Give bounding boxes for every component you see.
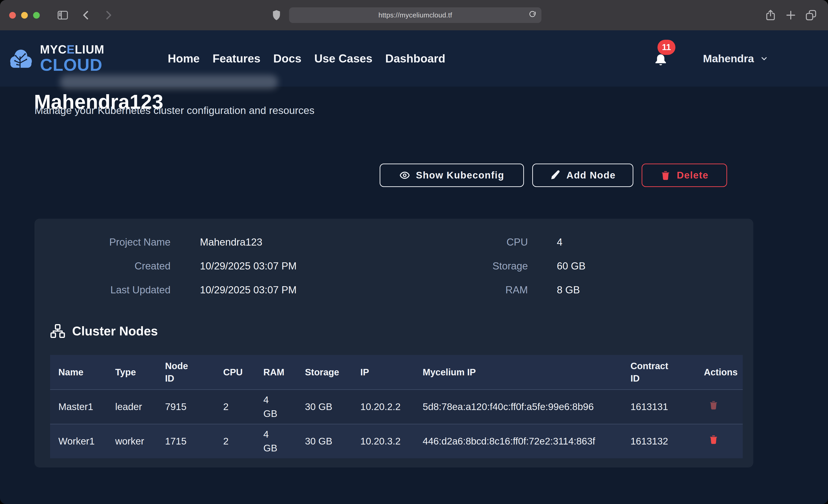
cell-ip: 10.20.2.2 xyxy=(352,400,414,414)
info-label-storage: Storage xyxy=(432,260,528,272)
traffic-light-zoom[interactable] xyxy=(33,12,40,18)
cell-type: worker xyxy=(107,434,157,448)
trash-icon xyxy=(708,399,718,411)
add-node-label: Add Node xyxy=(567,170,616,181)
traffic-light-close[interactable] xyxy=(9,12,16,18)
col-header-type: Type xyxy=(107,366,157,378)
show-kubeconfig-button[interactable]: Show Kubeconfig xyxy=(380,164,524,187)
trash-icon xyxy=(660,170,671,180)
col-header-contract-id: Contract ID xyxy=(622,360,695,384)
table-row-worker1: Worker1 worker 1715 2 4 GB 30 GB 10.20.3… xyxy=(50,424,743,458)
url-text: https://myceliumcloud.tf xyxy=(289,7,541,23)
info-label-created: Created xyxy=(50,260,170,272)
notifications-button[interactable]: 11 xyxy=(653,49,668,68)
info-value-storage: 60 GB xyxy=(557,260,586,272)
delete-label: Delete xyxy=(677,170,708,181)
info-value-project-name: Mahendra123 xyxy=(200,236,297,248)
forward-button[interactable] xyxy=(102,9,115,22)
network-icon xyxy=(50,324,65,339)
cell-node-id: 7915 xyxy=(157,400,215,414)
info-label-project-name: Project Name xyxy=(50,236,170,248)
back-icon xyxy=(80,9,92,22)
nav-item-use-cases[interactable]: Use Cases xyxy=(315,52,373,65)
delete-node-button[interactable] xyxy=(708,399,718,411)
traffic-light-minimize[interactable] xyxy=(21,12,28,18)
privacy-shield-icon[interactable] xyxy=(270,9,283,22)
info-value-cpu: 4 xyxy=(557,236,586,248)
delete-cluster-button[interactable]: Delete xyxy=(641,164,727,187)
cell-storage: 30 GB xyxy=(297,434,352,448)
delete-node-button[interactable] xyxy=(708,434,718,445)
cloud-logo-icon xyxy=(7,45,35,73)
trash-icon xyxy=(708,434,718,445)
table-row-master1: Master1 leader 7915 2 4 GB 30 GB 10.20.2… xyxy=(50,389,743,424)
cell-cpu: 2 xyxy=(215,434,255,448)
cluster-nodes-heading: Cluster Nodes xyxy=(50,324,158,339)
col-header-ip: IP xyxy=(352,366,414,378)
redaction-blur xyxy=(60,75,278,89)
back-button[interactable] xyxy=(80,9,92,22)
table-header-row: Name Type Node ID CPU RAM Storage IP Myc… xyxy=(50,355,743,389)
show-kubeconfig-label: Show Kubeconfig xyxy=(416,170,504,181)
refresh-button[interactable] xyxy=(528,10,537,20)
col-header-cpu: CPU xyxy=(215,366,255,378)
col-header-ram: RAM xyxy=(255,366,297,378)
cell-node-id: 1715 xyxy=(157,434,215,448)
cluster-info-left: Project Name Mahendra123 Created 10/29/2… xyxy=(50,236,297,296)
page-subtitle: Manage your Kubernetes cluster configura… xyxy=(35,104,315,117)
info-label-cpu: CPU xyxy=(432,236,528,248)
logo-line1: MYCELIUM xyxy=(40,44,104,55)
cluster-card: Project Name Mahendra123 Created 10/29/2… xyxy=(35,219,753,467)
cluster-nodes-title: Cluster Nodes xyxy=(72,324,158,338)
navbar-right: 11 Mahendra xyxy=(653,30,769,87)
cluster-info-right: CPU 4 Storage 60 GB RAM 8 GB xyxy=(432,236,586,296)
share-icon xyxy=(764,9,777,22)
logo-line2: CLOUD xyxy=(40,56,104,74)
col-header-actions: Actions xyxy=(696,366,743,378)
col-header-storage: Storage xyxy=(297,366,352,378)
tabs-overview-button[interactable] xyxy=(805,9,817,22)
nav-item-dashboard[interactable]: Dashboard xyxy=(385,52,445,65)
cell-ip: 10.20.3.2 xyxy=(352,434,414,448)
cell-type: leader xyxy=(107,400,157,414)
col-header-name: Name xyxy=(50,366,107,378)
forward-icon xyxy=(102,9,115,22)
cell-contract-id: 1613132 xyxy=(622,434,695,448)
nav-item-docs[interactable]: Docs xyxy=(273,52,301,65)
browser-chrome: https://myceliumcloud.tf xyxy=(0,0,828,30)
user-name: Mahendra xyxy=(703,52,754,65)
info-value-ram: 8 GB xyxy=(557,284,586,296)
eye-icon xyxy=(400,170,410,180)
add-node-button[interactable]: Add Node xyxy=(532,164,633,187)
cell-mycelium-ip: 446:d2a6:8bcd:8c16:ff0f:72e2:3114:863f xyxy=(414,434,622,448)
cell-contract-id: 1613131 xyxy=(622,400,695,414)
new-tab-icon xyxy=(785,9,797,22)
new-tab-button[interactable] xyxy=(785,9,797,22)
cell-storage: 30 GB xyxy=(297,400,352,414)
browser-window: https://myceliumcloud.tf xyxy=(0,0,828,504)
cell-cpu: 2 xyxy=(215,400,255,414)
info-value-last-updated: 10/29/2025 03:07 PM xyxy=(200,284,297,296)
url-bar[interactable]: https://myceliumcloud.tf xyxy=(289,7,541,23)
sidebar-toggle-icon xyxy=(56,9,69,22)
bell-icon xyxy=(653,53,668,68)
cell-ram: 4 GB xyxy=(255,393,297,420)
info-value-created: 10/29/2025 03:07 PM xyxy=(200,260,297,272)
nav-item-home[interactable]: Home xyxy=(168,52,200,65)
cell-actions xyxy=(696,434,743,449)
share-button[interactable] xyxy=(764,9,777,22)
tabs-overview-icon xyxy=(805,9,817,22)
user-menu[interactable]: Mahendra xyxy=(703,52,769,65)
chevron-down-icon xyxy=(759,54,769,63)
cell-ram: 4 GB xyxy=(255,427,297,455)
nodes-table: Name Type Node ID CPU RAM Storage IP Myc… xyxy=(50,355,743,458)
nav-item-features[interactable]: Features xyxy=(213,52,260,65)
col-header-node-id: Node ID xyxy=(157,360,215,384)
cell-actions xyxy=(696,399,743,414)
sidebar-toggle-button[interactable] xyxy=(56,9,69,22)
cell-mycelium-ip: 5d8:78ea:a120:f40c:ff0f:a5fe:99e6:8b96 xyxy=(414,400,622,414)
col-header-mycelium-ip: Mycelium IP xyxy=(414,366,622,378)
refresh-icon xyxy=(528,10,537,20)
cell-name: Master1 xyxy=(50,400,107,414)
info-label-ram: RAM xyxy=(432,284,528,296)
